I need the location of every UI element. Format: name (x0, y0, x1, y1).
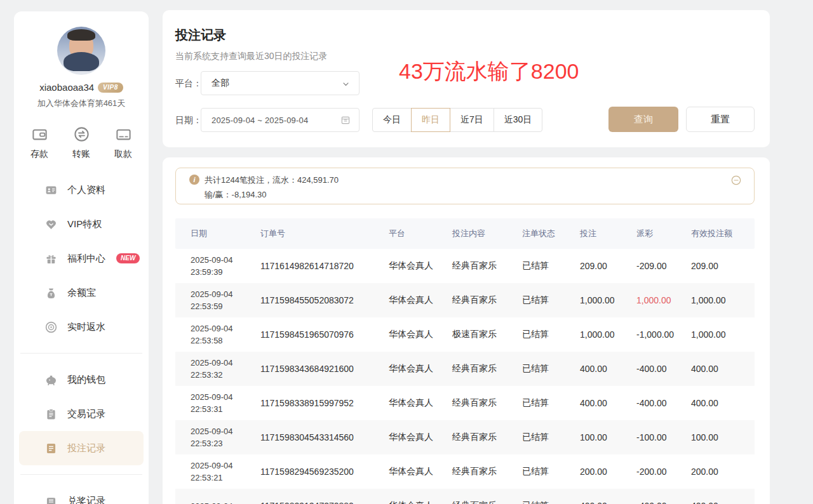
chevron-down-icon (342, 79, 350, 88)
cell-payout: -400.00 (636, 398, 691, 408)
sidebar-item-个人资料[interactable]: 个人资料 (19, 173, 144, 207)
page-subtitle: 当前系统支持查询最近30日的投注记录 (175, 51, 328, 62)
column-header: 投注内容 (452, 228, 522, 239)
column-header: 有效投注额 (691, 228, 755, 239)
sidebar-item-label: VIP特权 (67, 218, 102, 230)
sidebar-item-label: 我的钱包 (67, 374, 105, 386)
table-body: 2025-09-0423:59:391171614982614718720华体会… (175, 249, 755, 504)
cell-platform: 华体会真人 (389, 432, 452, 443)
table-row: 2025-09-0423:59:391171614982614718720华体会… (175, 249, 755, 283)
cell-payout: -100.00 (636, 432, 691, 442)
cell-bet-amount: 200.00 (580, 467, 636, 477)
cell-bet-amount: 100.00 (580, 432, 636, 442)
column-header: 注单状态 (522, 228, 580, 239)
cell-platform: 华体会真人 (389, 500, 452, 504)
table-row: 2025-09-0422:53:581171598451965070976华体会… (175, 317, 755, 352)
cell-payout: -209.00 (636, 261, 691, 271)
table-row: 2025-09-0422:53:311171598338915997952华体会… (175, 386, 755, 420)
table-row: 2025-09-0422:53:591171598455052083072华体会… (175, 283, 755, 317)
cell-platform: 华体会真人 (389, 329, 452, 340)
date-range-input[interactable]: 2025-09-04 ~ 2025-09-04 (201, 108, 359, 132)
clipboard-icon (44, 408, 58, 421)
cell-date: 2025-09-0422:53:32 (191, 357, 260, 381)
cell-status: 已结算 (522, 432, 580, 443)
cell-payout: 1,000.00 (636, 295, 691, 305)
cell-bet-amount: 400.00 (580, 501, 636, 504)
table-row: 2025-09-0422:53:211171598294569235200华体会… (175, 454, 755, 489)
page-title: 投注记录 (175, 27, 226, 44)
sidebar-item-label: 投注记录 (67, 442, 105, 454)
cell-order-number: 1171598451965070976 (260, 329, 389, 340)
quick-action-label: 取款 (114, 149, 132, 160)
column-header: 平台 (389, 228, 452, 239)
quick-range-group: 今日昨日近7日近30日 (372, 108, 542, 132)
range-button-今日[interactable]: 今日 (372, 108, 412, 132)
summary-line2: 输/赢：-8,194.30 (205, 189, 267, 201)
cell-valid-amount: 400.00 (691, 364, 755, 374)
cell-bet-content: 经典百家乐 (452, 432, 522, 443)
range-button-昨日[interactable]: 昨日 (411, 108, 450, 132)
range-button-近7日[interactable]: 近7日 (450, 108, 494, 132)
date-label: 日期： (175, 115, 202, 126)
sidebar-item-label: 实时返水 (67, 321, 105, 333)
sidebar-item-label: 交易记录 (67, 408, 105, 420)
sidebar-item-兑奖记录[interactable]: 兑奖记录 (19, 484, 144, 504)
reset-button[interactable]: 重置 (686, 107, 755, 132)
column-header: 派彩 (636, 228, 691, 239)
menu-divider (20, 353, 142, 354)
sidebar-item-投注记录[interactable]: 投注记录 (19, 431, 144, 465)
platform-select[interactable]: 全部 (201, 71, 359, 95)
cell-payout: -200.00 (636, 467, 691, 477)
quick-action-存款[interactable]: 存款 (30, 126, 48, 160)
quick-action-label: 存款 (30, 149, 48, 160)
cell-bet-amount: 400.00 (580, 364, 636, 374)
sidebar-item-VIP特权[interactable]: VIP特权 (19, 207, 144, 241)
cell-valid-amount: 1,000.00 (691, 295, 755, 305)
sidebar-item-我的钱包[interactable]: 我的钱包 (19, 362, 144, 397)
sidebar-item-福利中心[interactable]: 福利中心NEW (19, 241, 144, 275)
cell-platform: 华体会真人 (389, 466, 452, 477)
column-header: 投注 (580, 228, 636, 239)
cell-order-number: 1171598455052083072 (260, 295, 389, 305)
cell-order-number: 1171598338915997952 (260, 398, 389, 408)
cell-order-number: 1171598291247370880 (260, 501, 389, 504)
cell-valid-amount: 209.00 (691, 261, 755, 271)
cell-platform: 华体会真人 (389, 260, 452, 272)
records-card: i 共计1244笔投注，流水：424,591.70 输/赢：-8,194.30 … (163, 157, 770, 504)
range-button-近30日[interactable]: 近30日 (494, 108, 543, 132)
query-button[interactable]: 查询 (608, 107, 678, 132)
quick-action-转账[interactable]: 转账 (72, 126, 90, 160)
sidebar-item-交易记录[interactable]: 交易记录 (19, 397, 144, 431)
info-icon: i (189, 175, 199, 185)
piggy-bank-icon (44, 373, 58, 387)
cell-status: 已结算 (522, 295, 580, 306)
bank-card-icon (115, 126, 132, 143)
cell-valid-amount: 400.00 (691, 501, 755, 504)
sidebar-item-余额宝[interactable]: 余额宝 (19, 275, 144, 310)
cell-valid-amount: 400.00 (691, 398, 755, 408)
quick-action-取款[interactable]: 取款 (114, 126, 132, 160)
sidebar-item-label: 余额宝 (67, 287, 96, 299)
username: xiaobaoaa34 (39, 82, 94, 93)
cell-order-number: 1171598304543314560 (260, 432, 389, 442)
collapse-minus-icon[interactable] (731, 175, 741, 185)
cell-valid-amount: 100.00 (691, 432, 755, 442)
cell-bet-amount: 1,000.00 (580, 295, 636, 305)
avatar[interactable] (57, 27, 105, 75)
calendar-icon (340, 115, 351, 125)
column-header: 订单号 (260, 228, 389, 239)
cell-date: 2025-09-0422:53:23 (191, 425, 260, 449)
cell-date: 2025-09-0422:53:21 (191, 460, 260, 484)
vip-badge: VIP8 (98, 83, 123, 93)
sidebar-item-label: 兑奖记录 (67, 495, 105, 504)
cell-order-number: 1171598343684921600 (260, 364, 389, 374)
sidebar-item-实时返水[interactable]: 实时返水 (19, 310, 144, 344)
rebate-icon (44, 321, 58, 334)
bet-record-icon (44, 442, 58, 455)
gift-icon (44, 252, 58, 265)
date-range-value: 2025-09-04 ~ 2025-09-04 (212, 116, 340, 125)
menu-divider (20, 474, 142, 475)
cell-bet-content: 极速百家乐 (452, 329, 522, 340)
sidebar-item-label: 福利中心 (67, 253, 105, 265)
platform-selected-value: 全部 (212, 77, 342, 89)
